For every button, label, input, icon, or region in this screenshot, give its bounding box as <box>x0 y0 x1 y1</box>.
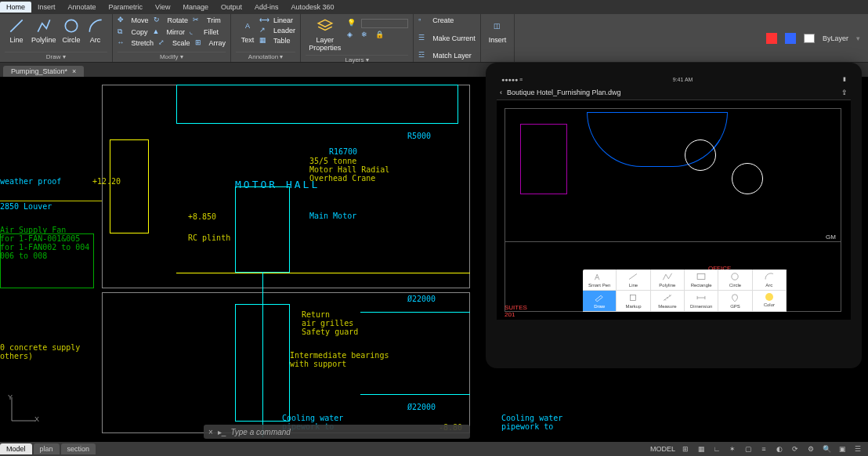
move-icon: ✥ <box>118 16 127 25</box>
scale-button[interactable]: Scale <box>172 39 190 47</box>
layer-lock-icon: 🔒 <box>375 31 385 40</box>
polar-toggle-icon[interactable]: ✶ <box>727 443 738 454</box>
bylayer-swatch[interactable] <box>804 34 815 43</box>
color-swatch-red[interactable] <box>766 33 777 44</box>
layer-state-icon: ◈ <box>347 31 356 40</box>
ortho-toggle-icon[interactable]: ∟ <box>711 443 722 454</box>
snap-toggle-icon[interactable]: ▦ <box>696 443 707 454</box>
rotate-icon: ↻ <box>154 16 163 25</box>
tablet-file-name: Boutique Hotel_Furnishing Plan.dwg <box>507 89 621 96</box>
line-button[interactable]: Line <box>5 16 28 45</box>
tool-gps[interactable]: GPS <box>718 291 752 312</box>
menu-tab-insert[interactable]: Insert <box>31 2 62 13</box>
tool-draw[interactable]: Draw <box>583 291 617 312</box>
menu-tab-output[interactable]: Output <box>215 2 248 13</box>
svg-line-0 <box>10 20 22 31</box>
create-button[interactable]: Create <box>432 16 454 24</box>
sheet-plan[interactable]: plan <box>34 443 60 454</box>
text-icon: A <box>239 17 256 34</box>
insert-label: Insert <box>489 36 507 44</box>
stretch-icon: ↔ <box>118 38 127 48</box>
tool-arc[interactable]: Arc <box>753 270 787 291</box>
copy-icon: ⧉ <box>118 27 127 37</box>
polyline-button[interactable]: Polyline <box>28 16 60 45</box>
tool-smartpen[interactable]: Smart Pen <box>583 270 617 291</box>
makecurrent-button[interactable]: Make Current <box>432 34 476 42</box>
polyline-label: Polyline <box>31 36 56 44</box>
stretch-button[interactable]: Stretch <box>132 39 154 47</box>
menu-tab-annotate[interactable]: Annotate <box>62 2 103 13</box>
grid-toggle-icon[interactable]: ⊞ <box>680 443 691 454</box>
label-bearings: Intermediate bearings with support <box>290 351 389 368</box>
tool-circle[interactable]: Circle <box>718 270 752 291</box>
trim-button[interactable]: Trim <box>207 16 221 24</box>
sheet-model[interactable]: Model <box>0 443 32 454</box>
clean-icon[interactable]: ▣ <box>837 443 848 454</box>
array-button[interactable]: Array <box>209 39 226 47</box>
text-button[interactable]: A Text <box>236 16 259 45</box>
arc-button[interactable]: Arc <box>84 16 107 45</box>
tablet-canvas[interactable]: SUITES 201 OFFICE 116 GM Smart Pen Line … <box>497 100 851 320</box>
command-close-icon[interactable]: × <box>208 428 213 436</box>
label-air-supply: Air Supply Fan for 1-FAN-001&005 for 1-F… <box>0 226 89 260</box>
label-louver: 2850 Louver <box>0 202 52 211</box>
rotate-button[interactable]: Rotate <box>168 16 189 24</box>
leader-icon: ↗ <box>259 26 269 35</box>
linear-button[interactable]: Linear <box>273 16 293 24</box>
circle-label: Circle <box>63 36 81 44</box>
tool-color[interactable]: Color <box>753 291 787 312</box>
document-tab[interactable]: Pumping_Station* × <box>3 66 84 77</box>
tool-measure[interactable]: Measure <box>651 291 685 312</box>
menu-tab-a360[interactable]: Autodesk 360 <box>285 2 341 13</box>
tool-polyline[interactable]: Polyline <box>651 270 685 291</box>
workspace-icon[interactable]: ⚙ <box>805 443 816 454</box>
customize-icon[interactable]: ☰ <box>852 443 863 454</box>
leader-button[interactable]: Leader <box>273 27 295 34</box>
insert-button[interactable]: ◫ Insert <box>486 16 510 45</box>
color-swatch-blue[interactable] <box>785 33 796 44</box>
bylayer-dropdown[interactable]: ByLayer <box>823 34 848 42</box>
scale-icon: ⤢ <box>158 38 168 48</box>
bulb-icon: 💡 <box>347 19 356 28</box>
menu-tab-manage[interactable]: Manage <box>176 2 215 13</box>
mirror-button[interactable]: Mirror <box>167 28 186 36</box>
group-label-layers: Layers ▾ <box>306 55 408 63</box>
tablet-back-icon[interactable]: ‹ <box>500 89 502 96</box>
layer-dropdown[interactable]: 💡 <box>347 19 408 28</box>
move-button[interactable]: Move <box>132 16 149 24</box>
ribbon-group-block: ▫Create ☰Make Current ☲Match Layer <box>414 14 481 62</box>
tablet-share-icon[interactable]: ⇪ <box>841 89 848 96</box>
tool-dimension[interactable]: Dimension <box>685 291 718 312</box>
fillet-button[interactable]: Fillet <box>204 28 219 36</box>
ribbon-right: ByLayer ▾ <box>758 14 868 62</box>
group-label-modify: Modify ▾ <box>118 52 226 60</box>
menu-tab-addins[interactable]: Add-ins <box>248 2 285 13</box>
command-prompt-icon: ▸_ <box>218 428 226 436</box>
table-button[interactable]: Table <box>273 37 291 45</box>
tablet-battery-icon: ▮ <box>843 76 846 82</box>
sheet-section[interactable]: section <box>61 443 96 454</box>
tool-rectangle[interactable]: Rectangle <box>685 270 718 291</box>
annoscale-icon[interactable]: 🔍 <box>821 443 832 454</box>
close-tab-icon[interactable]: × <box>72 67 76 75</box>
layer-props-button[interactable]: Layer Properties <box>306 16 344 53</box>
tablet-time: 9:41 AM <box>673 77 693 82</box>
label-d22000b: Ø22000 <box>407 403 436 411</box>
cycle-icon[interactable]: ⟳ <box>790 443 801 454</box>
svg-rect-5 <box>697 274 705 280</box>
label-r5000: R5000 <box>407 132 431 140</box>
tool-markup[interactable]: Markup <box>617 291 650 312</box>
circle-button[interactable]: Circle <box>60 16 84 45</box>
lineweight-icon[interactable]: ≡ <box>758 443 769 454</box>
menu-tab-parametric[interactable]: Parametric <box>103 2 150 13</box>
osnap-toggle-icon[interactable]: ▢ <box>743 443 754 454</box>
status-model-label[interactable]: MODEL <box>650 445 675 453</box>
command-line[interactable]: × ▸_ Type a command <box>204 425 470 439</box>
matchlayer-button[interactable]: Match Layer <box>432 52 472 60</box>
tool-line[interactable]: Line <box>617 270 650 291</box>
menu-tab-home[interactable]: Home <box>0 2 31 13</box>
label-d22000a: Ø22000 <box>407 295 436 303</box>
transparency-icon[interactable]: ◐ <box>774 443 785 454</box>
menu-tab-view[interactable]: View <box>149 2 176 13</box>
copy-button[interactable]: Copy <box>132 28 148 36</box>
